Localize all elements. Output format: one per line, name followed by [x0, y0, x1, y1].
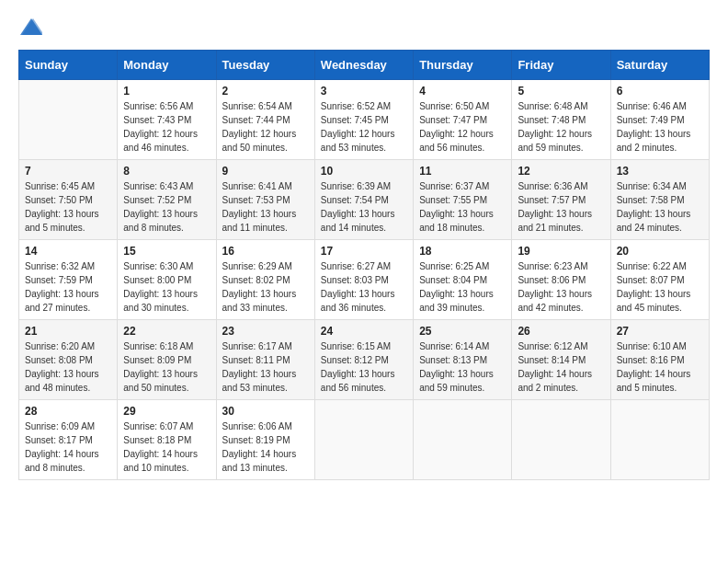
day-number: 4: [419, 85, 506, 98]
calendar-header-saturday: Saturday: [610, 51, 709, 80]
day-number: 15: [123, 245, 210, 258]
calendar-cell: 7Sunrise: 6:45 AM Sunset: 7:50 PM Daylig…: [19, 160, 118, 240]
day-info: Sunrise: 6:15 AM Sunset: 8:12 PM Dayligh…: [321, 339, 407, 395]
calendar-cell: 3Sunrise: 6:52 AM Sunset: 7:45 PM Daylig…: [314, 80, 413, 160]
day-info: Sunrise: 6:52 AM Sunset: 7:45 PM Dayligh…: [321, 99, 407, 155]
calendar-cell: 24Sunrise: 6:15 AM Sunset: 8:12 PM Dayli…: [314, 320, 413, 400]
day-info: Sunrise: 6:17 AM Sunset: 8:11 PM Dayligh…: [222, 339, 309, 395]
day-info: Sunrise: 6:32 AM Sunset: 7:59 PM Dayligh…: [25, 259, 111, 315]
calendar-cell: [414, 400, 512, 480]
day-info: Sunrise: 6:56 AM Sunset: 7:43 PM Dayligh…: [123, 99, 210, 155]
calendar-cell: [314, 400, 413, 480]
calendar-cell: 22Sunrise: 6:18 AM Sunset: 8:09 PM Dayli…: [118, 320, 216, 400]
svg-marker-1: [22, 18, 42, 35]
page-header: [18, 18, 710, 35]
day-number: 28: [25, 405, 111, 418]
day-number: 21: [25, 325, 111, 338]
day-info: Sunrise: 6:43 AM Sunset: 7:52 PM Dayligh…: [123, 179, 210, 235]
calendar-cell: 12Sunrise: 6:36 AM Sunset: 7:57 PM Dayli…: [512, 160, 610, 240]
calendar-cell: 17Sunrise: 6:27 AM Sunset: 8:03 PM Dayli…: [314, 240, 413, 320]
calendar-cell: 8Sunrise: 6:43 AM Sunset: 7:52 PM Daylig…: [118, 160, 216, 240]
calendar-cell: 9Sunrise: 6:41 AM Sunset: 7:53 PM Daylig…: [216, 160, 314, 240]
calendar-cell: 6Sunrise: 6:46 AM Sunset: 7:49 PM Daylig…: [610, 80, 709, 160]
day-info: Sunrise: 6:48 AM Sunset: 7:48 PM Dayligh…: [518, 99, 604, 155]
day-number: 17: [321, 245, 407, 258]
day-info: Sunrise: 6:41 AM Sunset: 7:53 PM Dayligh…: [222, 179, 309, 235]
day-info: Sunrise: 6:54 AM Sunset: 7:44 PM Dayligh…: [222, 99, 309, 155]
day-info: Sunrise: 6:25 AM Sunset: 8:04 PM Dayligh…: [419, 259, 506, 315]
calendar-header-sunday: Sunday: [19, 51, 118, 80]
day-number: 5: [518, 85, 604, 98]
day-info: Sunrise: 6:18 AM Sunset: 8:09 PM Dayligh…: [123, 339, 210, 395]
calendar-cell: 29Sunrise: 6:07 AM Sunset: 8:18 PM Dayli…: [118, 400, 216, 480]
day-number: 30: [222, 405, 309, 418]
calendar-table: SundayMondayTuesdayWednesdayThursdayFrid…: [18, 50, 710, 480]
day-info: Sunrise: 6:09 AM Sunset: 8:17 PM Dayligh…: [25, 419, 111, 475]
day-number: 26: [518, 325, 604, 338]
calendar-header-monday: Monday: [118, 51, 216, 80]
day-info: Sunrise: 6:20 AM Sunset: 8:08 PM Dayligh…: [25, 339, 111, 395]
day-number: 14: [25, 245, 111, 258]
day-number: 3: [321, 85, 407, 98]
day-info: Sunrise: 6:29 AM Sunset: 8:02 PM Dayligh…: [222, 259, 309, 315]
day-info: Sunrise: 6:46 AM Sunset: 7:49 PM Dayligh…: [617, 99, 703, 155]
day-info: Sunrise: 6:34 AM Sunset: 7:58 PM Dayligh…: [617, 179, 703, 235]
day-number: 25: [419, 325, 506, 338]
calendar-cell: 11Sunrise: 6:37 AM Sunset: 7:55 PM Dayli…: [414, 160, 512, 240]
day-info: Sunrise: 6:22 AM Sunset: 8:07 PM Dayligh…: [617, 259, 703, 315]
day-number: 12: [518, 165, 604, 178]
day-info: Sunrise: 6:23 AM Sunset: 8:06 PM Dayligh…: [518, 259, 604, 315]
calendar-cell: 30Sunrise: 6:06 AM Sunset: 8:19 PM Dayli…: [216, 400, 314, 480]
day-info: Sunrise: 6:39 AM Sunset: 7:54 PM Dayligh…: [321, 179, 407, 235]
day-number: 23: [222, 325, 309, 338]
day-number: 7: [25, 165, 111, 178]
calendar-cell: [19, 80, 118, 160]
calendar-week-row: 7Sunrise: 6:45 AM Sunset: 7:50 PM Daylig…: [19, 160, 710, 240]
calendar-cell: 2Sunrise: 6:54 AM Sunset: 7:44 PM Daylig…: [216, 80, 314, 160]
day-number: 19: [518, 245, 604, 258]
day-number: 18: [419, 245, 506, 258]
day-info: Sunrise: 6:06 AM Sunset: 8:19 PM Dayligh…: [222, 419, 309, 475]
day-number: 2: [222, 85, 309, 98]
day-info: Sunrise: 6:45 AM Sunset: 7:50 PM Dayligh…: [25, 179, 111, 235]
calendar-week-row: 28Sunrise: 6:09 AM Sunset: 8:17 PM Dayli…: [19, 400, 710, 480]
calendar-cell: 5Sunrise: 6:48 AM Sunset: 7:48 PM Daylig…: [512, 80, 610, 160]
calendar-cell: 19Sunrise: 6:23 AM Sunset: 8:06 PM Dayli…: [512, 240, 610, 320]
day-number: 13: [617, 165, 703, 178]
day-info: Sunrise: 6:27 AM Sunset: 8:03 PM Dayligh…: [321, 259, 407, 315]
day-info: Sunrise: 6:07 AM Sunset: 8:18 PM Dayligh…: [123, 419, 210, 475]
calendar-cell: 15Sunrise: 6:30 AM Sunset: 8:00 PM Dayli…: [118, 240, 216, 320]
calendar-header-thursday: Thursday: [414, 51, 512, 80]
day-number: 20: [617, 245, 703, 258]
calendar-header-friday: Friday: [512, 51, 610, 80]
calendar-cell: 21Sunrise: 6:20 AM Sunset: 8:08 PM Dayli…: [19, 320, 118, 400]
day-number: 16: [222, 245, 309, 258]
day-number: 11: [419, 165, 506, 178]
day-info: Sunrise: 6:36 AM Sunset: 7:57 PM Dayligh…: [518, 179, 604, 235]
day-info: Sunrise: 6:30 AM Sunset: 8:00 PM Dayligh…: [123, 259, 210, 315]
day-number: 29: [123, 405, 210, 418]
day-number: 24: [321, 325, 407, 338]
calendar-week-row: 1Sunrise: 6:56 AM Sunset: 7:43 PM Daylig…: [19, 80, 710, 160]
calendar-header-wednesday: Wednesday: [314, 51, 413, 80]
calendar-cell: 23Sunrise: 6:17 AM Sunset: 8:11 PM Dayli…: [216, 320, 314, 400]
calendar-cell: 4Sunrise: 6:50 AM Sunset: 7:47 PM Daylig…: [414, 80, 512, 160]
calendar-cell: 10Sunrise: 6:39 AM Sunset: 7:54 PM Dayli…: [314, 160, 413, 240]
logo: [18, 18, 42, 35]
calendar-week-row: 21Sunrise: 6:20 AM Sunset: 8:08 PM Dayli…: [19, 320, 710, 400]
calendar-cell: 26Sunrise: 6:12 AM Sunset: 8:14 PM Dayli…: [512, 320, 610, 400]
calendar-header-row: SundayMondayTuesdayWednesdayThursdayFrid…: [19, 51, 710, 80]
calendar-cell: 20Sunrise: 6:22 AM Sunset: 8:07 PM Dayli…: [610, 240, 709, 320]
day-number: 8: [123, 165, 210, 178]
calendar-week-row: 14Sunrise: 6:32 AM Sunset: 7:59 PM Dayli…: [19, 240, 710, 320]
calendar-cell: 14Sunrise: 6:32 AM Sunset: 7:59 PM Dayli…: [19, 240, 118, 320]
calendar-cell: 27Sunrise: 6:10 AM Sunset: 8:16 PM Dayli…: [610, 320, 709, 400]
calendar-cell: 18Sunrise: 6:25 AM Sunset: 8:04 PM Dayli…: [414, 240, 512, 320]
day-number: 6: [617, 85, 703, 98]
calendar-cell: 28Sunrise: 6:09 AM Sunset: 8:17 PM Dayli…: [19, 400, 118, 480]
day-number: 10: [321, 165, 407, 178]
calendar-cell: [610, 400, 709, 480]
day-number: 22: [123, 325, 210, 338]
logo-icon: [20, 18, 42, 35]
calendar-body: 1Sunrise: 6:56 AM Sunset: 7:43 PM Daylig…: [19, 80, 710, 480]
